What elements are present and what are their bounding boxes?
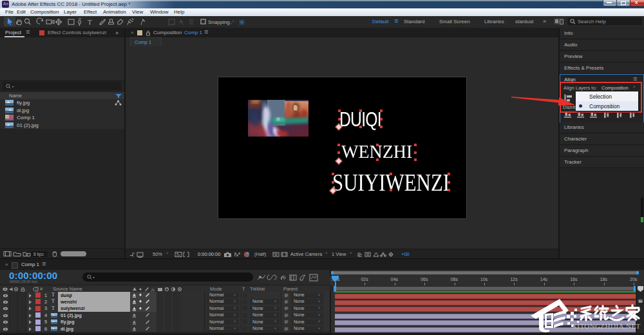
svg-text:T: T <box>88 18 92 26</box>
svg-text:Snapping: Snapping <box>208 19 230 25</box>
svg-text:XITONGZHIJIA.NET: XITONGZHIJIA.NET <box>572 322 641 330</box>
svg-text:fx: fx <box>151 287 155 292</box>
